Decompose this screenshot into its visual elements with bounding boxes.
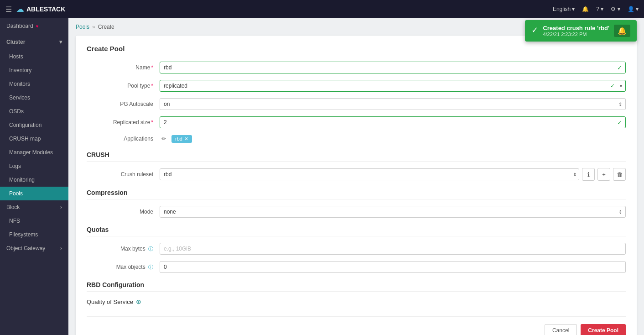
language-selector[interactable]: English ▾	[553, 6, 575, 12]
replicated-size-check-icon: ✓	[617, 119, 622, 126]
applications-label: Applications	[87, 136, 160, 142]
qos-expand-icon: ⊕	[136, 298, 141, 305]
quotas-section-header: Quotas	[87, 226, 626, 236]
crush-ruleset-control: rbd ⇕ ℹ + 🗑	[160, 168, 626, 181]
sidebar-section-cluster[interactable]: Cluster ▾	[0, 34, 68, 50]
sidebar-item-monitoring[interactable]: Monitoring	[0, 173, 68, 187]
compression-mode-label: Mode	[87, 209, 160, 215]
name-row: Name* ✓	[87, 62, 626, 73]
sidebar-item-dashboard[interactable]: Dashboard ♥	[0, 18, 68, 34]
sidebar-item-configuration[interactable]: Configuration	[0, 118, 68, 132]
applications-control: ✏ rbd ✕	[160, 135, 192, 143]
cancel-button[interactable]: Cancel	[545, 324, 577, 335]
sidebar-item-logs[interactable]: Logs	[0, 159, 68, 173]
crush-ruleset-row: Crush ruleset rbd ⇕ ℹ + 🗑	[87, 168, 626, 181]
pool-type-row: Pool type* replicated erasure ✓ ▾	[87, 80, 626, 92]
max-bytes-input[interactable]	[160, 243, 626, 255]
settings-icon[interactable]: ⚙ ▾	[611, 6, 620, 12]
sidebar-item-object-gateway[interactable]: Object Gateway ›	[0, 241, 68, 255]
sidebar-item-hosts[interactable]: Hosts	[0, 50, 68, 63]
toast-bell-icon[interactable]: 🔔	[614, 25, 630, 37]
toast-notification: ✓ Created crush rule 'rbd' 4/22/21 2:23:…	[525, 20, 637, 42]
max-bytes-label: Max bytes ⓘ	[87, 246, 160, 252]
help-icon[interactable]: ? ▾	[596, 6, 603, 12]
qos-row: Quality of Service ⊕	[87, 298, 626, 305]
sidebar-item-filesystems[interactable]: Filesystems	[0, 228, 68, 241]
replicated-size-input[interactable]	[160, 116, 626, 128]
max-bytes-wrapper	[160, 243, 626, 255]
compression-mode-select[interactable]: none aggressive passive force	[160, 206, 626, 218]
app-tag-label: rbd	[175, 136, 182, 141]
crush-delete-button[interactable]: 🗑	[613, 168, 626, 181]
create-pool-button[interactable]: Create Pool	[581, 324, 626, 335]
navbar: ☰ ☁ ABLESTACK English ▾ 🔔 ? ▾ ⚙ ▾ 👤 ▾	[0, 0, 644, 18]
crush-ruleset-label: Crush ruleset	[87, 171, 160, 178]
replicated-size-label: Replicated size*	[87, 119, 160, 126]
toast-title: Created crush rule 'rbd'	[543, 25, 609, 31]
pg-autoscale-label: PG Autoscale	[87, 101, 160, 107]
sidebar-item-nfs[interactable]: NFS	[0, 214, 68, 228]
pool-type-check-icon: ✓	[610, 83, 615, 89]
language-label: English	[553, 6, 571, 12]
hamburger-icon[interactable]: ☰	[5, 5, 12, 14]
name-label: Name*	[87, 64, 160, 71]
sidebar-item-manager-modules[interactable]: Manager Modules	[0, 146, 68, 159]
sidebar: Dashboard ♥ Cluster ▾ Hosts Inventory Mo…	[0, 18, 68, 335]
block-arrow-icon: ›	[60, 204, 62, 210]
compression-mode-row: Mode none aggressive passive force ⇕	[87, 206, 626, 218]
max-objects-row: Max objects ⓘ	[87, 261, 626, 273]
sidebar-item-monitors[interactable]: Monitors	[0, 77, 68, 91]
qos-toggle[interactable]: Quality of Service ⊕	[87, 298, 626, 305]
max-bytes-row: Max bytes ⓘ	[87, 243, 626, 255]
cloud-icon: ☁	[16, 5, 24, 14]
pool-type-select-wrapper: replicated erasure ✓ ▾	[160, 80, 626, 92]
name-check-icon: ✓	[617, 64, 622, 71]
toast-check-icon: ✓	[531, 25, 538, 35]
brand: ☁ ABLESTACK	[16, 5, 65, 14]
sidebar-item-inventory[interactable]: Inventory	[0, 63, 68, 77]
pool-type-label: Pool type*	[87, 83, 160, 89]
applications-edit-button[interactable]: ✏	[160, 135, 168, 143]
compression-mode-select-wrapper: none aggressive passive force ⇕	[160, 206, 626, 218]
rbd-config-section-header: RBD Configuration	[87, 281, 626, 292]
form-title: Create Pool	[87, 45, 626, 52]
crush-info-button[interactable]: ℹ	[582, 168, 595, 181]
app-tag-rbd: rbd ✕	[171, 135, 192, 143]
crush-add-button[interactable]: +	[597, 168, 610, 181]
bell-icon[interactable]: 🔔	[582, 6, 589, 12]
compression-section-header: Compression	[87, 189, 626, 199]
qos-label: Quality of Service	[87, 298, 133, 305]
pg-autoscale-select[interactable]: on off warn	[160, 98, 626, 110]
sidebar-item-pools[interactable]: Pools	[0, 187, 68, 200]
dashboard-label: Dashboard	[6, 23, 33, 29]
cluster-label: Cluster	[6, 39, 25, 45]
sidebar-item-crush-map[interactable]: CRUSH map	[0, 132, 68, 146]
name-input[interactable]	[160, 62, 626, 73]
pg-autoscale-row: PG Autoscale on off warn ⇕	[87, 98, 626, 110]
breadcrumb-separator: »	[92, 24, 95, 30]
replicated-size-wrapper: ✓	[160, 116, 626, 128]
toast-time: 4/22/21 2:23:22 PM	[543, 31, 609, 37]
pool-type-select[interactable]: replicated erasure	[160, 80, 626, 92]
max-objects-input[interactable]	[160, 261, 626, 273]
sidebar-item-block[interactable]: Block ›	[0, 200, 68, 214]
breadcrumb-create: Create	[98, 24, 114, 30]
cluster-chevron-icon: ▾	[59, 39, 62, 45]
user-icon[interactable]: 👤 ▾	[628, 6, 639, 12]
content: Pools » Create Create Pool Name* ✓ Pool …	[68, 18, 644, 335]
brand-name: ABLESTACK	[26, 5, 65, 13]
sidebar-item-osds[interactable]: OSDs	[0, 105, 68, 118]
breadcrumb-pools-link[interactable]: Pools	[76, 24, 89, 30]
max-bytes-info-icon[interactable]: ⓘ	[148, 246, 153, 251]
heart-icon: ♥	[36, 24, 39, 29]
block-label: Block	[6, 204, 20, 210]
object-gateway-label: Object Gateway	[6, 245, 45, 251]
sidebar-item-services[interactable]: Services	[0, 91, 68, 105]
crush-ruleset-select-wrapper: rbd ⇕	[160, 168, 579, 180]
max-objects-label: Max objects ⓘ	[87, 264, 160, 271]
app-tag-close-button[interactable]: ✕	[184, 136, 188, 142]
name-control-wrapper: ✓	[160, 62, 626, 73]
max-objects-info-icon[interactable]: ⓘ	[148, 264, 153, 270]
crush-ruleset-select[interactable]: rbd	[160, 168, 579, 180]
replicated-size-row: Replicated size* ✓	[87, 116, 626, 128]
